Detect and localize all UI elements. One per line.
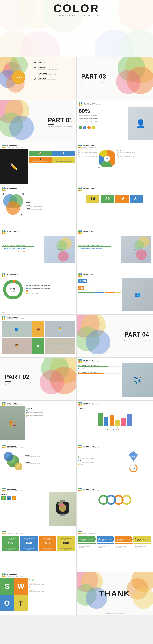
- cover-slide: COLOR BUSINESS PRESENTATION TEMPLATE Cop…: [0, 0, 153, 57]
- bizinfo-pencil-slide: BUSINESS INFO LOREM IPSUM DOLOR SIT AMET…: [0, 143, 77, 186]
- num-16: 16: [115, 194, 129, 203]
- swot-t: T: [19, 599, 23, 607]
- biz-title: BUSINESS INFO: [84, 102, 100, 104]
- bizinfo-cards-slide: BUSINESS INFO LOREM IPSUM DOLOR SIT AMET…: [0, 529, 77, 572]
- pptstore-watermark: pptstore: [2, 312, 6, 313]
- agenda-slide: AGENDA 01. PART ONE Lorem ipsum dolor si…: [0, 57, 77, 100]
- agenda-title-3: PART THREE: [38, 72, 57, 74]
- thank-label: THANK: [99, 589, 130, 598]
- svg-text:LOREM: LOREM: [11, 291, 15, 292]
- swot-o: O: [4, 599, 10, 607]
- agenda-desc-3: Lorem ipsum dolor sit amet consectetur: [38, 74, 57, 75]
- num-14: 14: [86, 194, 100, 203]
- swot-w: W: [17, 582, 24, 590]
- part01-desc: Lorem ipsum dolor sit amet consectetur a…: [48, 126, 73, 127]
- percent-60: 60%: [79, 108, 126, 114]
- agenda-title-1: PART ONE: [38, 62, 57, 64]
- agenda-title-2: PART TWO: [38, 67, 57, 69]
- agenda-num-1: 01.: [34, 62, 37, 65]
- bizinfo-donut-slide: BUSINESS INFO LOREM IPSUM DOLOR SIT AMET…: [0, 272, 77, 314]
- bizinfo-barchart-slide: BUSINESS INFO LOREM IPSUM DOLOR SIT AMET…: [77, 400, 153, 443]
- num-22: 22: [101, 194, 114, 203]
- biz-subtitle: LOREM IPSUM DOLOR SIT AMET: [84, 104, 100, 105]
- agenda-desc-2: Lorem ipsum dolor sit amet consectetur: [38, 69, 57, 70]
- option4: Option 4: [117, 154, 136, 156]
- bizinfo-numbers-slide: BUSINESS INFO LOREM IPSUM DOLOR SIT AMET…: [77, 186, 153, 229]
- price-59: $59: [58, 541, 74, 545]
- price-49: $49: [40, 541, 55, 545]
- svg-text:95%: 95%: [10, 287, 16, 291]
- option2: Option 2: [117, 150, 136, 151]
- bizinfo-balls-slide: BUSINESS INFO LOREM IPSUM DOLOR SIT AMET…: [0, 443, 77, 486]
- copyright-bottom: Copyright © http://www.pptstore.net: [106, 613, 123, 614]
- agenda-title-4: PART FOUR: [38, 78, 57, 79]
- svg-text:AB: AB: [132, 455, 135, 458]
- part03-desc: Lorem ipsum dolor sit amet consectetur a…: [81, 82, 106, 84]
- part02-label: PART 02: [5, 373, 30, 380]
- bizinfo-gem-slide: BUSINESS INFO LOREM IPSUM DOLOR SIT AMET…: [77, 443, 153, 486]
- option1: Option 1: [78, 150, 97, 151]
- price-39: $39: [22, 541, 37, 545]
- swot-slide: BUSINESS INFO LOREM IPSUM DOLOR SIT AMET…: [0, 572, 77, 615]
- bizinfo-laptop-slide: BUSINESS INFO LOREM IPSUM DOLOR SIT AMET…: [77, 229, 153, 272]
- bizinfo-person-slide: BUSINESS INFO LOREM IPSUM DOLOR SIT AMET…: [77, 100, 153, 143]
- copyright-top: Copyright © http://www.pptstore.net: [67, 1, 86, 2]
- agenda-num-4: 04.: [34, 78, 37, 80]
- agenda-num-3: 03.: [34, 72, 37, 75]
- svg-text:75%: 75%: [132, 468, 135, 469]
- bizinfo-watch-slide: BUSINESS INFO LOREM IPSUM DOLOR SIT AMET…: [0, 486, 77, 529]
- part01-slide: PART 01 Lorem ipsum dolor sit amet conse…: [0, 100, 77, 143]
- num-31: 31: [130, 194, 143, 203]
- part04-label: PART 04: [124, 331, 150, 338]
- bizinfo-venn-slide: BUSINESS INFO LOREM IPSUM DOLOR SIT AMET…: [0, 186, 77, 229]
- part02-slide: PART 02 Lorem ipsum dolor sit amet conse…: [0, 358, 77, 400]
- bizinfo-infinity-slide: BUSINESS INFO LOREM IPSUM DOLOR SIT AMET…: [77, 486, 153, 529]
- subtitle: BUSINESS PRESENTATION TEMPLATE: [9, 15, 144, 16]
- thank-slide: THANK Copyright © http://www.pptstore.ne…: [77, 572, 153, 615]
- price-440: $440: [78, 279, 87, 283]
- bizinfo-tower-slide: BUSINESS INFO LOREM IPSUM DOLOR SIT AMET…: [0, 400, 77, 443]
- agenda-desc-1: Lorem ipsum dolor sit amet consectetur: [38, 64, 57, 64]
- bizinfo-pricing-slide: BUSINESS INFO LOREM IPSUM DOLOR SIT AMET…: [77, 272, 153, 314]
- bizinfo-tablet-slide: BUSINESS INFO LOREM IPSUM DOLOR SIT AMET…: [0, 229, 77, 272]
- bizinfo-pie-slide: BUSINESS INFO LOREM IPSUM DOLOR SIT AMET…: [77, 143, 153, 186]
- part03-slide: PART 03 Lorem ipsum dolor sit amet conse…: [77, 57, 153, 100]
- bizinfo-arrows-slide: BUSINESS INFO LOREM IPSUM DOLOR SIT AMET…: [77, 529, 153, 572]
- agenda-num-2: 02.: [34, 67, 37, 70]
- agenda-badge: AGENDA: [14, 76, 23, 78]
- agenda-desc-4: Lorem ipsum dolor sit amet consectetur: [38, 79, 57, 80]
- swot-s: S: [5, 582, 10, 590]
- part04-slide: PART 04 Lorem ipsum dolor sit amet conse…: [77, 314, 153, 358]
- price-35: $35: [78, 286, 84, 290]
- bizinfo-plane-slide: BUSINESS INFO LOREM IPSUM DOLOR SIT AMET…: [77, 358, 153, 400]
- bizinfo-team-slide: BUSINESS INFO LOREM IPSUM DOLOR SIT AMET…: [0, 314, 77, 358]
- price-29: $29: [3, 541, 18, 545]
- option3: Option 3: [78, 154, 97, 156]
- main-title: COLOR: [9, 3, 144, 14]
- part03-label: PART 03: [81, 73, 106, 80]
- svg-text:42%: 42%: [106, 158, 108, 159]
- part01-label: PART 01: [48, 116, 73, 123]
